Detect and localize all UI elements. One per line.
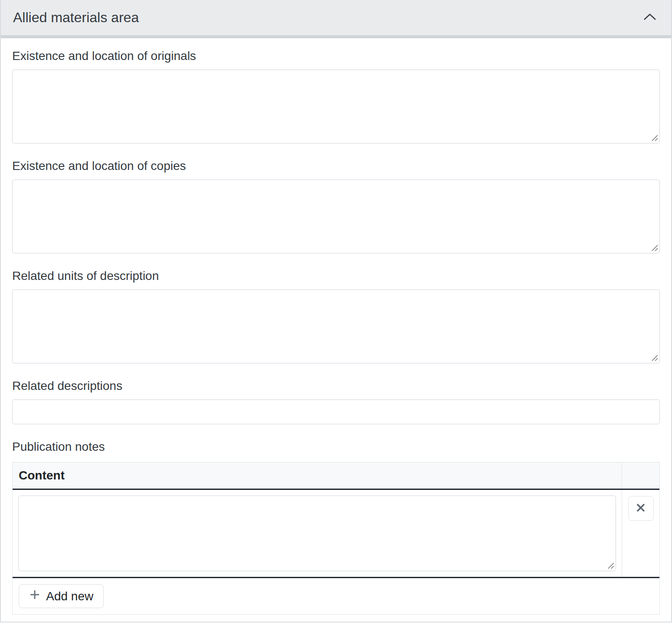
section-header[interactable]: Allied materials area — [1, 0, 671, 38]
field-related-units: Related units of description — [12, 268, 660, 363]
delete-row-button[interactable] — [628, 496, 654, 521]
existence-copies-label: Existence and location of copies — [12, 158, 660, 174]
add-new-button[interactable]: Add new — [19, 584, 104, 608]
x-icon — [636, 503, 646, 514]
collapse-section-button[interactable] — [641, 10, 659, 25]
existence-originals-textarea[interactable] — [12, 70, 660, 143]
existence-copies-textarea[interactable] — [12, 180, 660, 253]
field-existence-location-originals: Existence and location of originals — [12, 48, 660, 143]
existence-originals-label: Existence and location of originals — [12, 48, 660, 64]
field-existence-location-copies: Existence and location of copies — [12, 158, 660, 253]
content-column-header: Content — [13, 463, 622, 489]
publication-notes-table: Content — [12, 462, 660, 615]
field-related-descriptions: Related descriptions — [12, 378, 660, 424]
plus-icon — [29, 589, 40, 603]
action-column-header — [622, 463, 659, 489]
chevron-up-icon — [643, 13, 656, 22]
table-footer-row: Add new — [13, 578, 659, 614]
textarea-wrap — [18, 496, 616, 571]
publication-note-textarea[interactable] — [18, 496, 616, 571]
related-units-textarea[interactable] — [12, 290, 660, 363]
table-header-row: Content — [13, 463, 659, 490]
section-body: Existence and location of originals Exis… — [1, 38, 671, 622]
action-cell — [622, 490, 659, 577]
textarea-wrap — [12, 70, 660, 143]
allied-materials-area-section: Allied materials area Existence and loca… — [0, 0, 672, 622]
textarea-wrap — [12, 180, 660, 253]
related-units-label: Related units of description — [12, 268, 660, 284]
table-row — [13, 490, 659, 578]
textarea-wrap — [12, 290, 660, 363]
publication-notes-label: Publication notes — [12, 439, 660, 455]
content-cell — [13, 490, 622, 577]
related-descriptions-input[interactable] — [12, 399, 660, 424]
related-descriptions-label: Related descriptions — [12, 378, 660, 394]
add-new-button-label: Add new — [46, 589, 93, 603]
section-title: Allied materials area — [13, 10, 139, 26]
field-publication-notes: Publication notes Content — [12, 439, 660, 615]
